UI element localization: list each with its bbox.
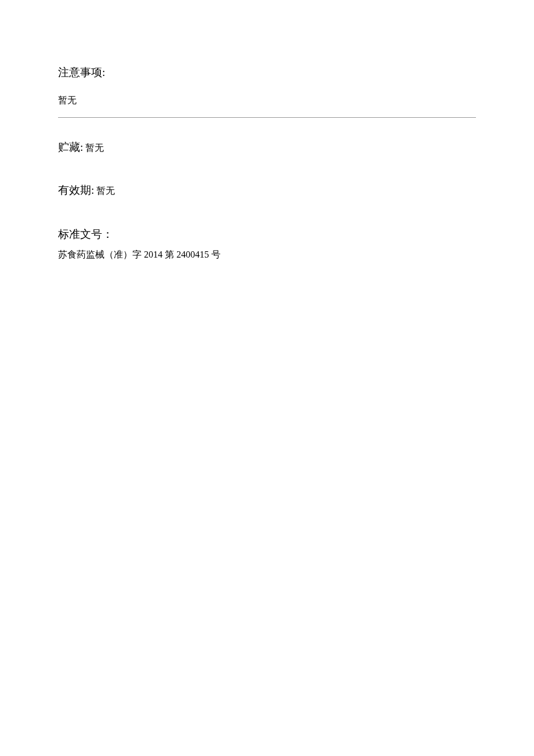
notes-label: 注意事项: <box>58 64 476 81</box>
storage-row: 贮藏: 暂无 <box>58 140 476 155</box>
standard-label: 标准文号： <box>58 226 476 243</box>
storage-section: 贮藏: 暂无 <box>58 140 476 155</box>
validity-row: 有效期: 暂无 <box>58 183 476 198</box>
standard-value: 苏食药监械（准）字 2014 第 2400415 号 <box>58 247 476 263</box>
standard-section: 标准文号： 苏食药监械（准）字 2014 第 2400415 号 <box>58 226 476 263</box>
storage-value: 暂无 <box>85 142 104 154</box>
notes-section: 注意事项: 暂无 <box>58 64 476 118</box>
validity-label: 有效期: <box>58 183 94 198</box>
validity-section: 有效期: 暂无 <box>58 183 476 198</box>
notes-value: 暂无 <box>58 93 476 108</box>
validity-value: 暂无 <box>96 185 115 197</box>
divider <box>58 117 476 118</box>
storage-label: 贮藏: <box>58 140 83 155</box>
